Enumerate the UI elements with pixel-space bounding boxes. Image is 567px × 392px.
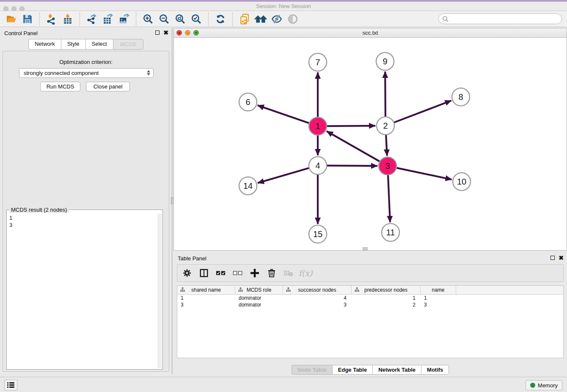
show-network-icon[interactable] — [286, 13, 299, 25]
column-header-predecessor-nodes[interactable]: predecessor nodes — [352, 286, 421, 294]
graph-edge[interactable] — [394, 101, 451, 123]
select-stepper-icon — [147, 70, 150, 75]
memory-button[interactable]: Memory — [526, 380, 562, 390]
table-panel: Table Panel ✖ f(x) shared name MCDS role… — [173, 253, 567, 376]
column-header-mcds-role[interactable]: MCDS role — [235, 286, 283, 294]
close-view-icon[interactable]: ✕ — [176, 30, 182, 36]
zoom-fit-icon[interactable] — [174, 13, 187, 25]
search-icon — [442, 16, 449, 24]
export-image-icon[interactable] — [118, 13, 130, 25]
zoom-in-icon[interactable] — [142, 13, 154, 25]
hierarchy-icon — [180, 287, 185, 293]
graph-edge[interactable] — [385, 72, 385, 116]
graph-edge[interactable] — [386, 135, 387, 156]
hierarchy-icon — [238, 287, 243, 293]
svg-text:14: 14 — [243, 181, 253, 190]
delete-table-icon[interactable] — [283, 268, 294, 279]
graph-edge[interactable] — [327, 166, 377, 166]
tab-select[interactable]: Select — [85, 39, 113, 50]
graph-node[interactable]: 3 — [379, 157, 396, 175]
tab-edge-table[interactable]: Edge Table — [332, 365, 372, 375]
column-header-successor-nodes[interactable]: successor nodes — [283, 286, 352, 294]
table-row[interactable]: 3 dominator 3 2 3 — [177, 301, 563, 308]
import-table-icon[interactable] — [61, 13, 74, 25]
tab-network-table[interactable]: Network Table — [372, 365, 421, 375]
zoom-selected-icon[interactable] — [190, 13, 203, 25]
run-mcds-button[interactable]: Run MCDS — [40, 82, 80, 91]
graph-node[interactable]: 10 — [453, 173, 471, 190]
graph-node[interactable]: 8 — [452, 88, 470, 106]
delete-columns-icon[interactable] — [266, 268, 277, 279]
toolbar-separator — [136, 12, 136, 26]
tab-node-table[interactable]: Node Table — [292, 365, 332, 375]
refresh-icon[interactable] — [214, 13, 227, 25]
gear-icon[interactable] — [182, 268, 193, 279]
memory-label: Memory — [538, 382, 558, 389]
graph-node[interactable]: 6 — [239, 93, 257, 111]
close-panel-button[interactable]: Close panel — [86, 82, 130, 91]
list-icon — [7, 382, 14, 388]
horizontal-splitter-handle[interactable] — [363, 247, 368, 250]
graph-edge[interactable] — [258, 168, 309, 183]
svg-text:4: 4 — [315, 161, 320, 170]
graph-edge[interactable] — [388, 175, 390, 222]
result-scrollbar[interactable] — [157, 213, 162, 368]
unselect-all-checkboxes-icon[interactable] — [232, 268, 243, 279]
tab-mcds[interactable]: MCDS — [113, 39, 143, 50]
network-window-title: scc.txt — [174, 28, 567, 37]
close-panel-icon[interactable]: ✖ — [163, 30, 168, 35]
save-icon[interactable] — [21, 13, 34, 25]
table-header-row: shared name MCDS role successor nodes pr… — [177, 286, 563, 295]
graph-node[interactable]: 4 — [309, 157, 327, 174]
graph-node[interactable]: 7 — [309, 53, 327, 71]
import-network-icon[interactable] — [45, 13, 58, 25]
column-header-name[interactable]: name — [421, 286, 456, 294]
graph-node[interactable]: 2 — [377, 117, 394, 135]
float-table-panel-icon[interactable] — [550, 256, 555, 260]
open-folder-icon[interactable] — [5, 13, 18, 25]
select-all-checkboxes-icon[interactable] — [215, 268, 226, 279]
zoom-out-icon[interactable] — [158, 13, 171, 25]
add-column-icon[interactable] — [249, 268, 260, 279]
graph-node[interactable]: 9 — [376, 52, 394, 70]
graph-edge[interactable] — [258, 105, 309, 123]
app-title: Session: New Session — [0, 2, 567, 11]
close-table-panel-icon[interactable]: ✖ — [559, 255, 564, 260]
tab-network[interactable]: Network — [28, 39, 61, 50]
copy-network-icon[interactable] — [238, 13, 251, 25]
show-panels-button[interactable] — [4, 380, 17, 390]
graph-edge[interactable] — [327, 131, 380, 161]
float-panel-icon[interactable] — [155, 30, 160, 35]
network-window-titlebar[interactable]: ✕ − + scc.txt — [174, 28, 567, 38]
search-field — [438, 14, 562, 24]
graph-node[interactable]: 11 — [382, 224, 399, 241]
home-view-icon[interactable] — [254, 13, 267, 25]
mcds-result-text[interactable]: 13 — [7, 213, 157, 368]
minimize-view-icon[interactable]: − — [185, 30, 190, 36]
svg-text:8: 8 — [458, 92, 463, 102]
hierarchy-icon — [286, 287, 291, 293]
export-table-icon[interactable] — [102, 13, 114, 25]
graph-node[interactable]: 15 — [309, 225, 327, 243]
search-input[interactable] — [438, 14, 562, 24]
criterion-select[interactable]: strongly connected component — [19, 68, 154, 78]
column-header-shared-name[interactable]: shared name — [177, 286, 235, 294]
tab-motifs[interactable]: Motifs — [421, 365, 449, 375]
mcds-result-group: MCDS result (2 nodes) 13 — [6, 210, 163, 370]
table-tabs: Node Table Edge Table Network Table Moti… — [173, 365, 567, 375]
table-toolbar: f(x) — [177, 264, 564, 282]
hide-network-icon[interactable] — [270, 13, 283, 25]
svg-text:6: 6 — [245, 97, 250, 107]
graph-node[interactable]: 14 — [239, 177, 257, 195]
graph-edge[interactable] — [327, 126, 375, 126]
graph-edge[interactable] — [397, 168, 452, 179]
svg-text:10: 10 — [457, 177, 466, 186]
network-graph-canvas[interactable]: 7968124314101511 — [174, 38, 567, 250]
function-builder-icon[interactable]: f(x) — [300, 268, 311, 279]
column-view-icon[interactable] — [198, 268, 209, 279]
maximize-view-icon[interactable]: + — [193, 30, 199, 36]
graph-node[interactable]: 1 — [309, 117, 327, 135]
table-row[interactable]: 1 dominator 4 1 1 — [177, 295, 563, 301]
tab-style[interactable]: Style — [61, 39, 85, 50]
export-network-icon[interactable] — [85, 13, 98, 25]
